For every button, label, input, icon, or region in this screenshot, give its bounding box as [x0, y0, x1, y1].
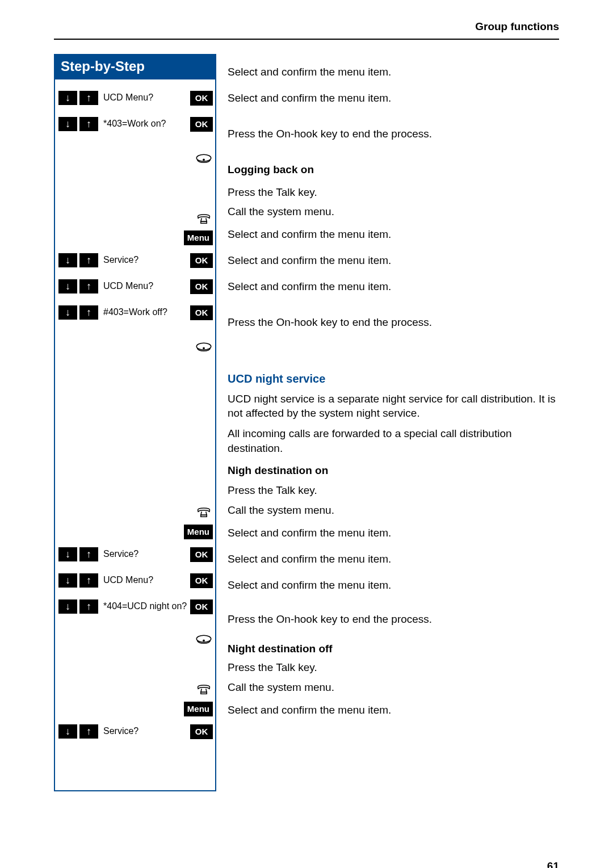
paragraph: All incoming calls are forwarded to a sp…: [228, 426, 559, 455]
step-row: [55, 326, 215, 371]
display-text: *404=UCD night on?: [100, 601, 190, 613]
up-arrow-icon: [79, 305, 98, 320]
ok-button: OK: [190, 91, 213, 106]
ok-button: OK: [190, 599, 213, 614]
down-arrow-icon: [58, 305, 77, 320]
ok-button: OK: [190, 547, 213, 562]
ok-button: OK: [190, 724, 213, 739]
desc-text: Call the system menu.: [228, 501, 559, 520]
ok-button: OK: [190, 573, 213, 588]
ok-button: OK: [190, 253, 213, 268]
step-row-spacer: [55, 371, 215, 502]
step-row: Service? OK: [55, 542, 215, 568]
down-arrow-icon: [58, 279, 77, 293]
up-arrow-icon: [79, 573, 98, 588]
up-arrow-icon: [79, 279, 98, 293]
down-arrow-icon: [58, 599, 77, 614]
desc-text: Press the On-hook key to end the process…: [228, 598, 559, 640]
step-row: #403=Work off? OK: [55, 300, 215, 326]
talk-icon: [195, 682, 213, 697]
step-row: [55, 502, 215, 522]
step-row: UCD Menu? OK: [55, 85, 215, 111]
display-text: UCD Menu?: [100, 92, 190, 104]
display-text: Service?: [100, 548, 190, 560]
step-row: UCD Menu? OK: [55, 274, 215, 300]
up-arrow-icon: [79, 253, 98, 267]
desc-text: Press the Talk key.: [228, 183, 559, 203]
talk-icon: [195, 211, 213, 226]
display-text: *403=Work on?: [100, 118, 190, 130]
display-text: UCD Menu?: [100, 280, 190, 292]
step-row: [55, 137, 215, 183]
down-arrow-icon: [58, 91, 77, 105]
step-row: Service? OK: [55, 719, 215, 745]
desc-text: Press the On-hook key to end the process…: [228, 112, 559, 157]
section-heading: UCD night service: [228, 371, 559, 386]
step-row-spacer: [55, 183, 215, 209]
subheading: Nigh destination on: [228, 461, 559, 480]
down-arrow-icon: [58, 573, 77, 588]
down-arrow-icon: [58, 253, 77, 267]
display-text: Service?: [100, 254, 190, 266]
desc-text: Select and confirm the menu item.: [228, 60, 559, 86]
desc-text: Select and confirm the menu item.: [228, 86, 559, 112]
step-row: [55, 620, 215, 662]
desc-text: Select and confirm the menu item.: [228, 274, 559, 300]
step-row: UCD Menu? OK: [55, 568, 215, 594]
desc-text: Call the system menu.: [228, 678, 559, 697]
desc-text: Select and confirm the menu item.: [228, 572, 559, 598]
onhook-icon: [195, 634, 213, 648]
up-arrow-icon: [79, 117, 98, 131]
up-arrow-icon: [79, 599, 98, 614]
up-arrow-icon: [79, 91, 98, 105]
display-text: #403=Work off?: [100, 307, 190, 318]
subheading: Night destination off: [228, 640, 559, 657]
up-arrow-icon: [79, 724, 98, 739]
page-number: 61: [54, 859, 559, 868]
desc-text: Call the system menu.: [228, 203, 559, 222]
desc-text: Press the Talk key.: [228, 480, 559, 501]
ok-button: OK: [190, 279, 213, 294]
desc-text: Select and confirm the menu item.: [228, 222, 559, 248]
down-arrow-icon: [58, 117, 77, 131]
description-column: Select and confirm the menu item. Select…: [216, 54, 559, 791]
desc-text: Select and confirm the menu item.: [228, 697, 559, 723]
step-by-step-title: Step-by-Step: [55, 54, 215, 79]
step-by-step-panel: Step-by-Step UCD Menu? OK: [54, 54, 216, 791]
subheading: Logging back on: [228, 157, 559, 183]
step-row: *404=UCD night on? OK: [55, 594, 215, 620]
step-row: Menu: [55, 522, 215, 542]
paragraph: UCD night service is a separate night se…: [228, 392, 559, 421]
down-arrow-icon: [58, 724, 77, 739]
step-row-spacer: [55, 745, 215, 790]
page-header: Group functions: [54, 20, 559, 40]
onhook-icon: [195, 153, 213, 167]
step-row: [55, 209, 215, 228]
display-text: Service?: [100, 726, 190, 737]
menu-button: Menu: [184, 525, 213, 539]
desc-text: Select and confirm the menu item.: [228, 546, 559, 572]
up-arrow-icon: [79, 547, 98, 561]
display-text: UCD Menu?: [100, 575, 190, 586]
ok-button: OK: [190, 117, 213, 132]
step-row: *403=Work on? OK: [55, 111, 215, 137]
step-row: Menu: [55, 228, 215, 248]
menu-button: Menu: [184, 702, 213, 716]
desc-text: Press the On-hook key to end the process…: [228, 300, 559, 346]
step-row: Menu: [55, 699, 215, 719]
menu-button: Menu: [184, 230, 213, 245]
desc-text: Select and confirm the menu item.: [228, 248, 559, 274]
desc-text: Select and confirm the menu item.: [228, 520, 559, 546]
ok-button: OK: [190, 305, 213, 320]
step-row-spacer: [55, 662, 215, 679]
talk-icon: [195, 505, 213, 519]
down-arrow-icon: [58, 547, 77, 561]
desc-text: Press the Talk key.: [228, 657, 559, 678]
step-row: Service? OK: [55, 248, 215, 274]
onhook-icon: [195, 341, 213, 356]
step-row: [55, 679, 215, 699]
